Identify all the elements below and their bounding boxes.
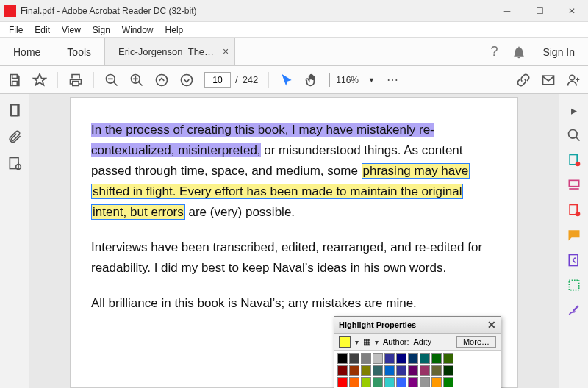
author-label: Author: xyxy=(383,337,409,346)
menu-view[interactable]: View xyxy=(56,25,87,35)
palette-color[interactable] xyxy=(373,377,383,387)
svg-rect-13 xyxy=(10,158,18,169)
page-down-icon[interactable] xyxy=(179,73,194,87)
palette-color[interactable] xyxy=(349,377,359,387)
menu-file[interactable]: File xyxy=(3,25,29,35)
signin-button[interactable]: Sign In xyxy=(537,46,581,58)
palette-color[interactable] xyxy=(420,377,430,387)
palette-color[interactable] xyxy=(384,353,395,364)
separator xyxy=(57,72,58,88)
share-link-icon[interactable] xyxy=(516,73,531,87)
current-color-swatch[interactable] xyxy=(339,336,351,348)
palette-color[interactable] xyxy=(408,353,418,364)
more-tools-icon[interactable]: ⋯ xyxy=(385,73,400,87)
palette-color[interactable] xyxy=(384,377,395,387)
color-dropdown-icon[interactable]: ▾ xyxy=(355,338,359,346)
svg-point-15 xyxy=(568,130,577,139)
body-text: are (very) possible. xyxy=(185,205,295,219)
tab-close-icon[interactable]: × xyxy=(223,46,229,57)
minimize-button[interactable]: ─ xyxy=(491,0,523,22)
zoom-in-icon[interactable] xyxy=(129,73,144,87)
edit-pdf-icon[interactable] xyxy=(567,178,581,193)
compress-icon[interactable] xyxy=(567,278,581,292)
palette-color[interactable] xyxy=(361,353,371,364)
palette-color[interactable] xyxy=(420,365,430,376)
palette-color[interactable] xyxy=(431,353,442,364)
page-up-icon[interactable] xyxy=(154,73,169,87)
separator xyxy=(268,72,269,88)
comment-icon[interactable] xyxy=(567,228,581,242)
menu-window[interactable]: Window xyxy=(116,25,159,35)
opacity-dropdown-icon[interactable]: ▾ xyxy=(375,338,379,346)
menubar: File Edit View Sign Window Help xyxy=(0,22,588,38)
palette-color[interactable] xyxy=(396,365,406,376)
palette-color[interactable] xyxy=(396,353,406,364)
maximize-button[interactable]: ☐ xyxy=(523,0,556,22)
hand-tool-icon[interactable] xyxy=(304,73,319,87)
palette-color[interactable] xyxy=(431,377,442,387)
page-number-input[interactable] xyxy=(204,72,231,88)
svg-line-1 xyxy=(114,82,118,85)
zoom-dropdown-icon[interactable]: ▼ xyxy=(368,76,375,84)
page-sep: / xyxy=(235,74,238,85)
palette-color[interactable] xyxy=(443,365,453,376)
palette-color[interactable] xyxy=(373,365,383,376)
svg-point-18 xyxy=(575,162,580,167)
thumbnails-icon[interactable] xyxy=(7,103,22,118)
palette-color[interactable] xyxy=(408,377,418,387)
select-tool-icon[interactable] xyxy=(279,73,294,87)
export-pdf-icon[interactable] xyxy=(567,153,581,168)
highlight-properties-popup[interactable]: Highlight Properties ✕ ▾ ▦ ▾ Author: Adi… xyxy=(334,316,501,388)
palette-color[interactable] xyxy=(431,365,442,376)
right-toggle-icon[interactable]: ▸ xyxy=(567,103,581,118)
palette-color[interactable] xyxy=(361,365,371,376)
palette-color[interactable] xyxy=(443,377,453,387)
svg-line-4 xyxy=(139,82,143,85)
attachments-icon[interactable] xyxy=(7,129,22,144)
color-palette xyxy=(334,351,501,388)
palette-color[interactable] xyxy=(384,365,395,376)
organize-icon[interactable] xyxy=(567,253,581,267)
more-button[interactable]: More… xyxy=(456,336,496,348)
svg-line-16 xyxy=(576,137,579,141)
palette-color[interactable] xyxy=(420,353,430,364)
palette-color[interactable] xyxy=(349,365,359,376)
svg-point-10 xyxy=(570,75,575,80)
sign-tool-icon[interactable] xyxy=(567,303,581,317)
palette-color[interactable] xyxy=(337,353,348,364)
email-icon[interactable] xyxy=(541,73,556,87)
palette-color[interactable] xyxy=(373,353,383,364)
tab-tools[interactable]: Tools xyxy=(54,38,104,65)
palette-color[interactable] xyxy=(349,353,359,364)
palette-color[interactable] xyxy=(337,377,348,387)
save-icon[interactable] xyxy=(7,73,22,87)
tab-document-label: Eric-Jorgenson_The… xyxy=(118,46,214,57)
share-person-icon[interactable] xyxy=(566,73,581,87)
menu-sign[interactable]: Sign xyxy=(87,25,116,35)
zoom-out-icon[interactable] xyxy=(104,73,119,87)
menu-edit[interactable]: Edit xyxy=(29,25,56,35)
bookmarks-icon[interactable] xyxy=(7,156,22,170)
search-icon[interactable] xyxy=(567,128,581,143)
opacity-icon[interactable]: ▦ xyxy=(363,337,370,347)
help-icon[interactable]: ? xyxy=(487,45,501,60)
author-value: Adity xyxy=(413,337,431,346)
menu-help[interactable]: Help xyxy=(159,25,190,35)
zoom-value[interactable]: 116% xyxy=(329,73,365,87)
palette-color[interactable] xyxy=(361,377,371,387)
palette-color[interactable] xyxy=(337,365,348,376)
create-pdf-icon[interactable] xyxy=(567,203,581,218)
star-icon[interactable] xyxy=(32,73,47,87)
app-icon xyxy=(4,5,16,17)
palette-color[interactable] xyxy=(396,377,406,387)
palette-color[interactable] xyxy=(443,353,453,364)
tab-home[interactable]: Home xyxy=(0,38,54,65)
popup-close-icon[interactable]: ✕ xyxy=(487,319,496,331)
palette-color[interactable] xyxy=(408,365,418,376)
page-total: 242 xyxy=(243,74,259,85)
bell-icon[interactable] xyxy=(512,45,526,60)
svg-rect-24 xyxy=(569,280,578,290)
tab-document[interactable]: Eric-Jorgenson_The… × xyxy=(104,38,235,65)
close-button[interactable]: ✕ xyxy=(556,0,588,22)
print-icon[interactable] xyxy=(68,73,83,87)
